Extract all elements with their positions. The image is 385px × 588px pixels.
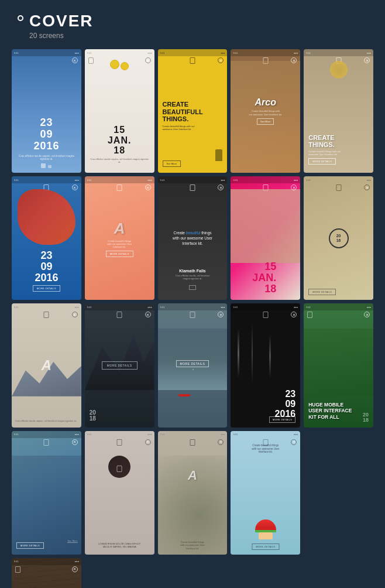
screen-card-15[interactable]: 9:41●●● HUGE MOBILEUSER INTERFACEKIT FOR… [304,303,373,427]
cover-title: COVER [29,12,94,30]
close-icon-16[interactable] [72,439,78,445]
screen-card-17[interactable]: 9:41●●● LOREM IPSUM DOLOR CRAS EFFICITIA… [85,431,154,555]
screen-card-7[interactable]: 9:41●●● A Create beautiful thingswith ou… [85,176,154,300]
screen-card-9[interactable]: 9:41●●● 15JAN.18 [231,176,300,300]
screen-card-10[interactable]: 9:41●●● 2016 MORE DETAILS [304,176,373,300]
close-icon-17[interactable] [145,439,151,445]
screen-card-4[interactable]: 9:41●●● Arco Create beautiful things wit… [231,49,300,173]
screen-card-13[interactable]: 9:41●●● MORE DETAILS › [158,303,228,427]
screen-card-5[interactable]: 9:41●●● CREATETHINGS. Create beautiful t… [304,49,373,173]
screens-grid: 9:41●●● 23092016 Cras efficitur iaculis … [12,49,373,555]
close-icon-18[interactable] [218,439,224,445]
close-icon-5[interactable] [364,57,370,63]
row5-grid: 9:41●●● Arco See More [12,558,373,588]
close-icon-20[interactable] [72,566,78,572]
close-icon-6[interactable] [72,184,78,190]
screen-card-12[interactable]: 9:41●●● MORE DETAILS 2018 [85,303,154,427]
cover-subtitle: 20 screens [29,32,94,40]
screen-card-19[interactable]: 9:41●●● Create beautiful thingswith our … [231,431,300,555]
screen-card-3[interactable]: 9:41●●● CREATEBEAUTIFULLTHINGS. Create b… [158,49,228,173]
screen-card-20[interactable]: 9:41●●● Arco See More [12,558,81,588]
close-icon-19[interactable] [291,439,297,445]
doc-icon-2 [88,57,94,64]
screen-card-1[interactable]: 9:41●●● 23092016 Cras efficitur iaculis … [12,49,81,173]
screen-card-2[interactable]: 9:41●●● 15JAN.18 Cras efficitur iaculis … [85,49,154,173]
header-section: COVER 20 screens [12,12,373,40]
close-icon-7[interactable] [145,184,151,190]
close-icon-2[interactable] [145,57,151,63]
screen-card-16[interactable]: 9:41●●● MORE DETAILS See More [12,431,81,555]
cover-dot [18,15,23,21]
screen-card-11[interactable]: 9:41●●● A Cras efficitur iaculis sapien,… [12,303,81,427]
screen-card-18[interactable]: 9:41●●● A Create beautiful thingswith ou… [158,431,228,555]
screen-card-14[interactable]: 9:41●●● 23092016 MORE DETAILS [231,303,300,427]
screen-card-6[interactable]: 9:41●●● 23092016 MORE DETAILS [12,176,81,300]
screen-card-8[interactable]: 9:41●●● Create beautiful thingswith our … [158,176,228,300]
close-icon-1[interactable] [72,57,78,63]
